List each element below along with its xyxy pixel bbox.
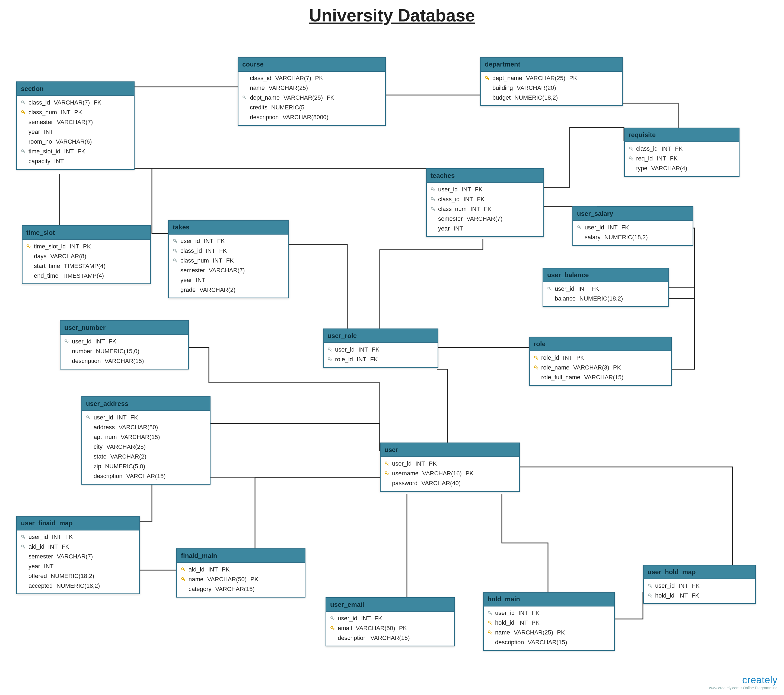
entity-header: finaid_main — [177, 549, 305, 563]
entity-takes[interactable]: takesuser_idINTFKclass_idINTFKclass_numI… — [168, 220, 289, 298]
entity-department[interactable]: departmentdept_nameVARCHAR(25)PKbuilding… — [480, 57, 623, 106]
entity-hold_main[interactable]: hold_mainuser_idINTFKhold_idINTPKnameVAR… — [483, 592, 615, 651]
entity-user_salary[interactable]: user_salaryuser_idINTFKsalaryNUMERIC(18,… — [572, 206, 693, 246]
foreign-key-icon — [64, 339, 69, 344]
table-row: nameVARCHAR(25) — [239, 83, 385, 93]
column-type: VARCHAR(7) — [205, 266, 245, 275]
entity-body: user_idINTFKaid_idINTFKsemesterVARCHAR(7… — [17, 530, 139, 593]
column-key: FK — [323, 93, 334, 102]
primary-key-icon — [488, 620, 492, 625]
column-key: FK — [214, 236, 225, 246]
entity-user_number[interactable]: user_numberuser_idINTFKnumberNUMERIC(15,… — [60, 320, 189, 370]
entity-header: user — [380, 443, 519, 457]
column-type: INT — [40, 561, 53, 571]
column-type: INT — [91, 337, 105, 347]
column-key: FK — [671, 144, 682, 154]
column-name: number — [70, 347, 92, 356]
entity-body: dept_nameVARCHAR(25)PKbuildingVARCHAR(20… — [481, 72, 622, 105]
column-type: VARCHAR(25) — [280, 93, 323, 102]
table-row: emailVARCHAR(50)PK — [326, 623, 454, 633]
column-type: INT — [357, 614, 371, 623]
column-name: user_id — [583, 223, 604, 233]
table-row: role_idINTFK — [324, 355, 438, 364]
column-key: FK — [588, 284, 599, 294]
entity-user[interactable]: useruser_idINTPKusernameVARCHAR(16)PKpas… — [380, 442, 520, 492]
entity-user_balance[interactable]: user_balanceuser_idINTFKbalanceNUMERIC(1… — [543, 268, 669, 307]
column-name: email — [336, 623, 352, 633]
entity-header: section — [17, 82, 134, 96]
column-type: VARCHAR(25) — [510, 628, 553, 637]
column-type: VARCHAR(20) — [513, 83, 556, 93]
primary-key-icon — [384, 461, 389, 466]
column-key: PK — [71, 107, 82, 117]
entity-header: user_role — [324, 329, 438, 343]
column-type: NUMERIC(18,2) — [47, 571, 94, 581]
table-row: acceptedNUMERIC(18,2) — [17, 581, 139, 591]
entity-course[interactable]: courseclass_idVARCHAR(7)PKnameVARCHAR(25… — [238, 57, 386, 126]
table-row: semesterVARCHAR(7) — [427, 214, 544, 224]
entity-header: role — [530, 337, 671, 351]
table-row: descriptionVARCHAR(15) — [326, 633, 454, 643]
column-type: INT — [460, 195, 473, 204]
column-name: class_num — [179, 256, 209, 266]
column-type: NUMERIC(5,0) — [101, 462, 145, 471]
column-type: VARCHAR(80) — [115, 423, 158, 432]
table-row: daysVARCHAR(8) — [23, 251, 150, 261]
column-type: VARCHAR(15) — [367, 633, 410, 643]
column-type: INT — [514, 618, 528, 628]
column-name: semester — [27, 551, 53, 561]
table-row: yearINT — [427, 224, 544, 233]
column-name: user_id — [179, 236, 200, 246]
foreign-key-icon — [629, 146, 633, 151]
table-row: aid_idINTPK — [177, 565, 305, 574]
column-type: VARCHAR(15) — [211, 584, 254, 594]
entity-requisite[interactable]: requisiteclass_idINTFKreq_idINTFKtypeVAR… — [624, 127, 740, 177]
table-row: categoryVARCHAR(15) — [177, 584, 305, 594]
entity-user_address[interactable]: user_addressuser_idINTFKaddressVARCHAR(8… — [81, 396, 211, 485]
column-type: NUMERIC(15,0) — [92, 347, 140, 356]
entity-teaches[interactable]: teachesuser_idINTFKclass_idINTFKclass_nu… — [426, 168, 544, 237]
entity-section[interactable]: sectionclass_idVARCHAR(7)FKclass_numINTP… — [16, 81, 135, 170]
table-row: class_idINTFK — [427, 195, 544, 204]
entity-role[interactable]: rolerole_idINTPKrole_nameVARCHAR(3)PKrol… — [529, 337, 672, 386]
table-row: numberNUMERIC(15,0) — [61, 347, 188, 356]
column-name: year — [27, 127, 40, 137]
column-type: INT — [51, 156, 64, 166]
column-name: offered — [27, 571, 47, 581]
column-key: PK — [528, 618, 539, 628]
column-type: VARCHAR(7) — [53, 551, 93, 561]
column-name: user_id — [553, 284, 574, 294]
column-type: VARCHAR(25) — [102, 442, 146, 452]
column-key: PK — [79, 242, 91, 251]
entity-header: teaches — [427, 169, 544, 183]
connector-line — [613, 592, 643, 619]
column-name: budget — [491, 93, 511, 102]
table-row: typeVARCHAR(4) — [625, 163, 739, 173]
column-name: semester — [27, 117, 53, 127]
table-row: room_noVARCHAR(6) — [17, 137, 134, 147]
foreign-key-icon — [173, 248, 178, 253]
column-name: time_slot_id — [32, 242, 66, 251]
column-type: TIMESTAMP(4) — [59, 271, 104, 281]
entity-user_finaid_map[interactable]: user_finaid_mapuser_idINTFKaid_idINTFKse… — [16, 516, 140, 594]
table-row: dept_nameVARCHAR(25)PK — [481, 73, 622, 83]
entity-body: role_idINTPKrole_nameVARCHAR(3)PKrole_fu… — [530, 351, 671, 385]
table-row: dept_nameVARCHAR(25)FK — [239, 93, 385, 102]
foreign-key-icon — [173, 239, 178, 244]
table-row: usernameVARCHAR(16)PK — [380, 469, 519, 478]
column-type: VARCHAR(25) — [265, 83, 308, 93]
column-type: VARCHAR(8) — [46, 251, 86, 261]
column-name: capacity — [27, 156, 51, 166]
column-key: FK — [58, 542, 69, 551]
entity-header: user_salary — [573, 207, 693, 221]
entity-user_role[interactable]: user_roleuser_idINTFKrole_idINTFK — [323, 329, 438, 368]
column-key: FK — [473, 195, 484, 204]
column-type: TIMESTAMP(4) — [60, 261, 106, 271]
entity-time_slot[interactable]: time_slottime_slot_idINTPKdaysVARCHAR(8)… — [22, 225, 151, 284]
entity-user_email[interactable]: user_emailuser_idINTFKemailVARCHAR(50)PK… — [326, 597, 455, 646]
entity-finaid_main[interactable]: finaid_mainaid_idINTPKnameVARCHAR(50)PKc… — [176, 548, 305, 598]
entity-user_hold_map[interactable]: user_hold_mapuser_idINTFKhold_idINTFK — [643, 565, 756, 604]
entity-body: user_idINTFKnumberNUMERIC(15,0)descripti… — [61, 335, 188, 369]
column-type: INT — [604, 223, 618, 233]
column-type: INT — [209, 256, 222, 266]
